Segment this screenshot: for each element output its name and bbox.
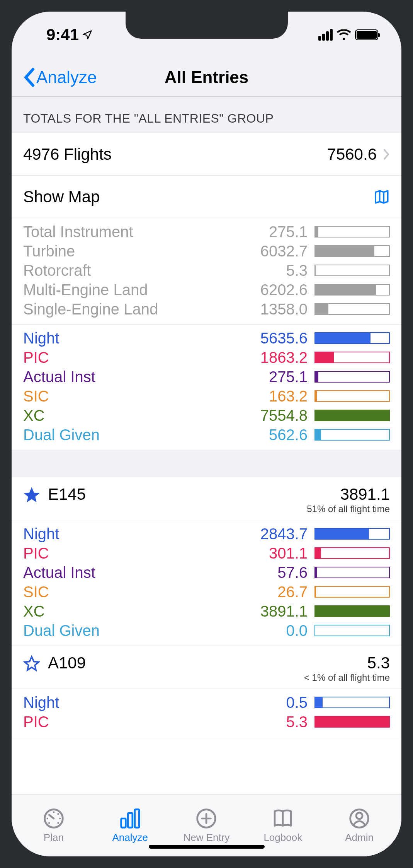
svg-rect-9 bbox=[134, 810, 139, 828]
aircraft-header[interactable]: A109 5.3 < 1% of all flight time bbox=[12, 646, 401, 689]
stat-label: Night bbox=[23, 694, 178, 711]
stat-bar bbox=[314, 697, 390, 708]
stat-row: PIC 1863.2 bbox=[23, 348, 390, 367]
aircraft-sub: < 1% of all flight time bbox=[304, 672, 390, 683]
stat-bar bbox=[314, 528, 390, 540]
tab-label: Logbook bbox=[263, 832, 302, 844]
stat-value: 0.5 bbox=[178, 694, 314, 711]
chevron-right-icon bbox=[383, 149, 390, 160]
star-filled-icon[interactable] bbox=[23, 487, 40, 504]
stat-bar bbox=[314, 716, 390, 728]
aircraft-value: 5.3 bbox=[304, 654, 390, 672]
tab-plan[interactable]: Plan bbox=[19, 808, 88, 844]
tab-analyze[interactable]: Analyze bbox=[95, 808, 165, 844]
stat-value: 26.7 bbox=[178, 583, 314, 601]
svg-rect-7 bbox=[121, 818, 126, 827]
stat-bar bbox=[314, 245, 390, 257]
flights-label: 4976 Flights bbox=[23, 145, 112, 164]
stat-bar bbox=[314, 332, 390, 344]
tab-admin[interactable]: Admin bbox=[325, 808, 394, 844]
stat-row: SIC 26.7 bbox=[23, 582, 390, 601]
map-icon bbox=[374, 189, 390, 205]
show-map-label: Show Map bbox=[23, 188, 100, 206]
stat-label: PIC bbox=[23, 713, 178, 731]
stat-bar bbox=[314, 390, 390, 402]
stat-value: 5635.6 bbox=[178, 330, 314, 347]
stat-value: 5.3 bbox=[178, 262, 314, 279]
stat-bar bbox=[314, 429, 390, 441]
stat-bar bbox=[314, 586, 390, 598]
stat-row: Total Instrument 275.1 bbox=[23, 222, 390, 241]
stat-bar bbox=[314, 352, 390, 363]
tab-new-entry[interactable]: New Entry bbox=[172, 808, 241, 844]
stat-row: Actual Inst 275.1 bbox=[23, 367, 390, 386]
summary-stats-gray: Total Instrument 275.1 Turbine 6032.7 Ro… bbox=[12, 218, 401, 325]
plus-circle-icon bbox=[195, 808, 217, 829]
show-map-row[interactable]: Show Map bbox=[12, 176, 401, 218]
stat-bar bbox=[314, 625, 390, 636]
user-circle-icon bbox=[348, 808, 370, 829]
stat-value: 7554.8 bbox=[178, 407, 314, 424]
star-outline-icon[interactable] bbox=[23, 655, 40, 672]
stat-bar bbox=[314, 284, 390, 296]
stat-label: Rotorcraft bbox=[23, 262, 178, 279]
aircraft-value: 3891.1 bbox=[307, 485, 390, 504]
stat-label: Actual Inst bbox=[23, 368, 178, 386]
stat-bar bbox=[314, 567, 390, 578]
stat-label: Dual Given bbox=[23, 426, 178, 444]
stat-label: SIC bbox=[23, 388, 178, 405]
back-button[interactable]: Analyze bbox=[23, 68, 97, 87]
section-gap bbox=[12, 450, 401, 477]
summary-stats-color: Night 5635.6 PIC 1863.2 Actual Inst 275.… bbox=[12, 325, 401, 450]
stat-bar bbox=[314, 410, 390, 421]
stat-value: 1863.2 bbox=[178, 349, 314, 366]
svg-point-5 bbox=[48, 822, 50, 824]
svg-rect-8 bbox=[128, 813, 133, 827]
aircraft-stats: Night 0.5 PIC 5.3 bbox=[12, 689, 401, 737]
content-scroll[interactable]: TOTALS FOR THE "ALL ENTRIES" GROUP 4976 … bbox=[12, 97, 401, 795]
stat-bar bbox=[314, 265, 390, 276]
aircraft-header[interactable]: E145 3891.1 51% of all flight time bbox=[12, 477, 401, 520]
stat-value: 1358.0 bbox=[178, 301, 314, 318]
stat-row: Actual Inst 57.6 bbox=[23, 563, 390, 582]
cellular-icon bbox=[318, 29, 333, 41]
gauge-icon bbox=[43, 808, 65, 829]
svg-point-12 bbox=[356, 813, 362, 819]
stat-value: 562.6 bbox=[178, 426, 314, 444]
tab-label: Plan bbox=[44, 832, 64, 844]
stat-row: Rotorcraft 5.3 bbox=[23, 261, 390, 280]
battery-icon bbox=[355, 29, 378, 40]
bars-icon bbox=[119, 808, 141, 829]
aircraft-name: A109 bbox=[48, 654, 86, 672]
total-value: 7560.6 bbox=[327, 145, 377, 164]
stat-value: 6202.6 bbox=[178, 281, 314, 299]
section-header: TOTALS FOR THE "ALL ENTRIES" GROUP bbox=[12, 97, 401, 133]
stat-value: 0.0 bbox=[178, 622, 314, 639]
stat-value: 163.2 bbox=[178, 388, 314, 405]
flights-row[interactable]: 4976 Flights 7560.6 bbox=[12, 133, 401, 176]
stat-bar bbox=[314, 303, 390, 315]
home-indicator[interactable] bbox=[149, 845, 265, 849]
tab-label: New Entry bbox=[184, 832, 230, 844]
stat-label: Dual Given bbox=[23, 622, 178, 639]
aircraft-name: E145 bbox=[48, 485, 86, 504]
stat-value: 275.1 bbox=[178, 368, 314, 386]
stat-row: XC 7554.8 bbox=[23, 406, 390, 425]
stat-row: XC 3891.1 bbox=[23, 601, 390, 621]
stat-value: 3891.1 bbox=[178, 603, 314, 620]
stat-row: PIC 301.1 bbox=[23, 543, 390, 563]
stat-bar bbox=[314, 226, 390, 238]
stat-label: Total Instrument bbox=[23, 223, 178, 241]
tab-logbook[interactable]: Logbook bbox=[248, 808, 318, 844]
stat-row: Dual Given 0.0 bbox=[23, 621, 390, 640]
tab-label: Analyze bbox=[112, 832, 148, 844]
tab-label: Admin bbox=[345, 832, 374, 844]
stat-row: PIC 5.3 bbox=[23, 712, 390, 731]
stat-row: Night 2843.7 bbox=[23, 524, 390, 543]
page-title: All Entries bbox=[165, 68, 249, 87]
svg-point-1 bbox=[53, 811, 55, 813]
stat-bar bbox=[314, 371, 390, 383]
svg-point-3 bbox=[46, 818, 48, 820]
location-icon bbox=[82, 29, 93, 40]
stat-value: 57.6 bbox=[178, 564, 314, 581]
